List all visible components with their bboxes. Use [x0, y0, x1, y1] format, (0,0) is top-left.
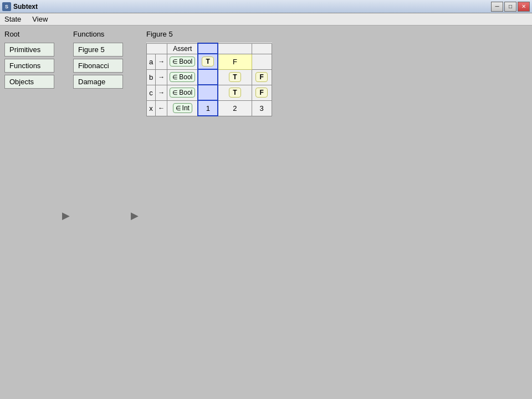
table-row: b → ∈Bool T F [147, 69, 272, 85]
var-x-type: ∈Int [167, 100, 198, 116]
var-c-col1 [198, 85, 218, 100]
nav-figure5[interactable]: Figure 5 [73, 43, 123, 57]
nav-objects[interactable]: Objects [4, 75, 54, 89]
table-row: a → ∈Bool T F [147, 54, 272, 69]
var-a-col1[interactable]: T [198, 54, 218, 69]
var-b-label: b [147, 69, 156, 85]
var-c-label: c [147, 85, 156, 100]
nav-fibonacci[interactable]: Fibonacci [73, 59, 123, 73]
var-a-type: ∈Bool [167, 54, 198, 69]
figure-title: Figure 5 [146, 30, 272, 38]
col1-header [198, 43, 218, 54]
nav-primitives[interactable]: Primitives [4, 43, 54, 57]
root-title: Root [4, 30, 54, 38]
table-header-row: Assert [147, 43, 272, 54]
var-c-arrow: → [156, 85, 167, 100]
var-a-col2[interactable]: F [218, 54, 252, 69]
var-b-type: ∈Bool [167, 69, 198, 85]
close-button[interactable]: ✕ [518, 2, 530, 12]
var-b-col1 [198, 69, 218, 85]
col3-header [252, 43, 272, 54]
var-b-arrow: → [156, 69, 167, 85]
root-to-functions-arrow: ▶ [59, 41, 73, 395]
menu-view[interactable]: View [30, 14, 50, 24]
menu-bar: State View [0, 13, 532, 25]
var-c-type: ∈Bool [167, 85, 198, 100]
app-title: Subtext [13, 3, 38, 11]
maximize-button[interactable]: □ [504, 2, 516, 12]
functions-panel: Functions Figure 5 Fibonacci Damage [73, 30, 123, 395]
title-bar: S Subtext ─ □ ✕ [0, 0, 532, 13]
title-bar-controls: ─ □ ✕ [491, 2, 530, 12]
app-icon: S [2, 2, 11, 11]
var-x-label: x [147, 100, 156, 116]
nav-damage[interactable]: Damage [73, 75, 123, 89]
var-b-col3[interactable]: F [252, 69, 272, 85]
functions-title: Functions [73, 30, 123, 38]
title-bar-left: S Subtext [2, 2, 38, 11]
var-c-col2[interactable]: T [218, 85, 252, 100]
var-x-arrow: ← [156, 100, 167, 116]
var-x-col2: 2 [218, 100, 252, 116]
menu-state[interactable]: State [2, 14, 23, 24]
assert-header: Assert [167, 43, 198, 54]
functions-to-figure-arrow: ▶ [127, 41, 142, 395]
var-x-col3: 3 [252, 100, 272, 116]
col2-header [218, 43, 252, 54]
var-a-label: a [147, 54, 156, 69]
root-panel: Root Primitives Functions Objects [4, 30, 54, 395]
var-c-col3[interactable]: F [252, 85, 272, 100]
var-x-col1: 1 [198, 100, 218, 116]
var-a-arrow: → [156, 54, 167, 69]
table-row: x ← ∈Int 1 2 3 [147, 100, 272, 116]
figure-panel: Figure 5 Assert a → ∈Bool [146, 30, 272, 395]
table-row: c → ∈Bool T F [147, 85, 272, 100]
nav-functions[interactable]: Functions [4, 59, 54, 73]
minimize-button[interactable]: ─ [491, 2, 503, 12]
var-a-col3 [252, 54, 272, 69]
var-b-col2[interactable]: T [218, 69, 252, 85]
main-content: Root Primitives Functions Objects ▶ Func… [0, 25, 532, 399]
figure-table: Assert a → ∈Bool T [146, 43, 272, 116]
